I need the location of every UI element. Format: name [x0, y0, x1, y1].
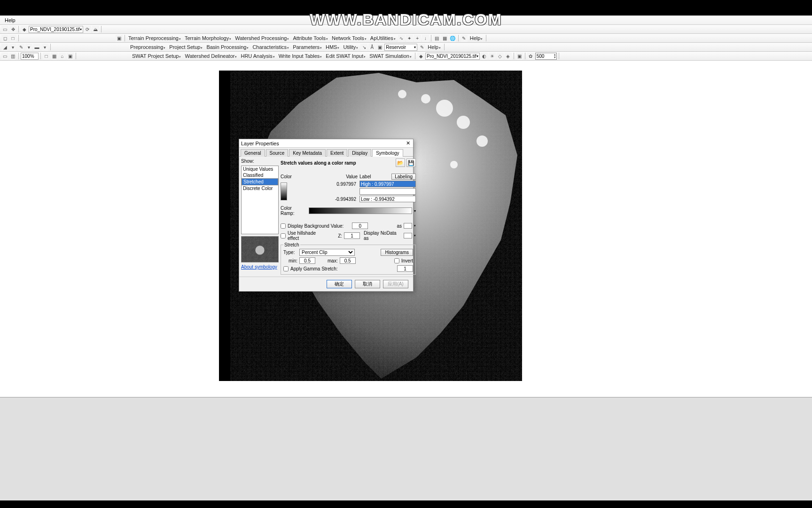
tool-icon[interactable]: ▣: [376, 44, 383, 51]
tool-icon[interactable]: ✎: [461, 35, 468, 42]
menu-attribute-tools[interactable]: Attribute Tools: [291, 35, 329, 41]
menu-parameters[interactable]: Parameters: [291, 44, 323, 50]
dropdown-icon[interactable]: ▾: [9, 44, 16, 51]
pencil-icon[interactable]: ✎: [418, 44, 425, 51]
show-item-unique[interactable]: Unique Values: [242, 166, 278, 172]
menu-project-setup[interactable]: Project Setup: [168, 44, 204, 50]
tool-icon[interactable]: ✥: [9, 26, 16, 33]
z-input[interactable]: [344, 232, 360, 239]
gamma-input[interactable]: [397, 265, 413, 272]
tool-icon[interactable]: ▣: [516, 53, 523, 60]
dropdown-icon[interactable]: ▾: [414, 224, 416, 228]
labeling-button[interactable]: Labeling: [391, 174, 416, 180]
tool-icon[interactable]: ∿: [398, 35, 405, 42]
nodata-color-swatch[interactable]: [404, 233, 412, 238]
show-item-discrete[interactable]: Discrete Color: [242, 185, 278, 191]
value-spinner[interactable]: ▲▼: [535, 53, 557, 60]
menu-swat-project-setup[interactable]: SWAT Project Setup: [131, 53, 182, 59]
menu-hru-analysis[interactable]: HRU Analysis: [239, 53, 276, 59]
menu-terrain-preprocessing[interactable]: Terrain Preprocessing: [127, 35, 182, 41]
tab-key-metadata[interactable]: Key Metadata: [289, 149, 326, 157]
ok-button[interactable]: 确定: [327, 280, 352, 288]
layer-icon[interactable]: ◆: [417, 53, 424, 60]
color-ramp-select[interactable]: [309, 207, 412, 214]
tool-icon[interactable]: ◇: [497, 53, 504, 60]
tool-icon[interactable]: ▥: [9, 53, 16, 60]
high-label-input[interactable]: [359, 181, 416, 187]
tool-icon[interactable]: ▣: [116, 35, 123, 42]
tool-icon[interactable]: □: [43, 53, 50, 60]
show-item-stretched[interactable]: Stretched: [242, 178, 278, 185]
tool-icon[interactable]: ◻: [1, 35, 8, 42]
open-icon[interactable]: 📂: [396, 159, 405, 167]
mid-label-input[interactable]: [359, 188, 416, 195]
menu-swat-simulation[interactable]: SWAT Simulation: [368, 53, 413, 59]
tab-source[interactable]: Source: [266, 149, 289, 157]
menu-aputilities[interactable]: ApUtilities: [369, 35, 397, 41]
low-label-input[interactable]: [359, 196, 416, 202]
gamma-checkbox[interactable]: [283, 266, 289, 271]
tab-extent[interactable]: Extent: [327, 149, 347, 157]
pencil-icon[interactable]: ✎: [17, 44, 24, 51]
tool-icon[interactable]: ▭: [1, 53, 8, 60]
globe-icon[interactable]: 🌐: [449, 35, 456, 42]
tool-icon[interactable]: ⛰: [92, 26, 99, 33]
color-icon[interactable]: ▬: [33, 44, 40, 51]
cancel-button[interactable]: 取消: [355, 280, 380, 288]
tool-icon[interactable]: ▭: [1, 26, 8, 33]
dropdown-icon[interactable]: ▾: [414, 234, 416, 238]
menu-characteristics[interactable]: Characteristics: [251, 44, 290, 50]
show-list[interactable]: Unique Values Classified Stretched Discr…: [241, 166, 279, 234]
menu-terrain-morphology[interactable]: Terrain Morphology: [183, 35, 233, 41]
tab-general[interactable]: General: [241, 149, 265, 157]
bg-color-swatch[interactable]: [404, 223, 412, 229]
tool-icon[interactable]: ▣: [67, 53, 74, 60]
menu-edit-swat-input[interactable]: Edit SWAT Input: [324, 53, 367, 59]
hillshade-checkbox[interactable]: [281, 233, 286, 238]
tool-icon[interactable]: ▤: [433, 35, 440, 42]
spin-input[interactable]: [536, 54, 554, 59]
apply-button[interactable]: 应用(A): [383, 280, 408, 288]
max-input[interactable]: [340, 257, 356, 264]
dropdown-icon[interactable]: ▾: [41, 44, 48, 51]
tab-display[interactable]: Display: [348, 149, 371, 157]
tool-icon[interactable]: ✿: [527, 53, 534, 60]
invert-checkbox[interactable]: [394, 258, 399, 263]
help-menu[interactable]: Help: [426, 44, 442, 50]
tool-icon[interactable]: ◈: [505, 53, 512, 60]
bg-value-input[interactable]: [352, 222, 368, 229]
tool-icon[interactable]: +: [414, 35, 421, 42]
menu-preprocessing[interactable]: Preprocessing: [129, 44, 167, 50]
contrast-icon[interactable]: ◐: [481, 53, 488, 60]
menu-utility[interactable]: Utility: [342, 44, 359, 50]
spinner-arrows[interactable]: ▲▼: [554, 53, 556, 59]
color-ramp-vertical[interactable]: [281, 183, 287, 200]
histograms-button[interactable]: Histograms: [381, 249, 413, 256]
tool-icon[interactable]: ↓: [422, 35, 429, 42]
menu-watershed-delineator[interactable]: Watershed Delineator: [183, 53, 238, 59]
save-icon[interactable]: 💾: [406, 159, 416, 167]
tab-symbology[interactable]: Symbology: [372, 149, 403, 157]
dropdown-icon[interactable]: ▾: [414, 209, 416, 213]
show-item-classified[interactable]: Classified: [242, 172, 278, 178]
min-input[interactable]: [299, 257, 315, 264]
layer-combo[interactable]: Pro_NDVI_20190125.tif▾: [29, 26, 83, 33]
help-menu[interactable]: Help: [468, 35, 484, 41]
stretch-type-select[interactable]: Percent Clip: [299, 249, 355, 256]
menu-watershed-processing[interactable]: Watershed Processing: [234, 35, 290, 41]
reservoir-combo[interactable]: Reservoir▾: [384, 44, 417, 51]
zoom-combo[interactable]: 100%: [21, 53, 39, 60]
about-symbology-link[interactable]: About symbology: [241, 264, 279, 270]
tool-icon[interactable]: Å: [368, 44, 375, 51]
menu-help[interactable]: Help: [2, 17, 18, 23]
tool-icon[interactable]: ▦: [51, 53, 58, 60]
tool-icon[interactable]: □: [9, 35, 16, 42]
tool-icon[interactable]: ⌂: [59, 53, 66, 60]
menu-network-tools[interactable]: Network Tools: [330, 35, 368, 41]
menu-hms[interactable]: HMS: [324, 44, 341, 50]
close-button[interactable]: ✕: [405, 140, 411, 146]
layer-icon[interactable]: ◆: [21, 26, 28, 33]
fill-icon[interactable]: ◢: [1, 44, 8, 51]
tool-icon[interactable]: ✦: [406, 35, 413, 42]
dialog-titlebar[interactable]: Layer Properties ✕: [239, 139, 413, 148]
